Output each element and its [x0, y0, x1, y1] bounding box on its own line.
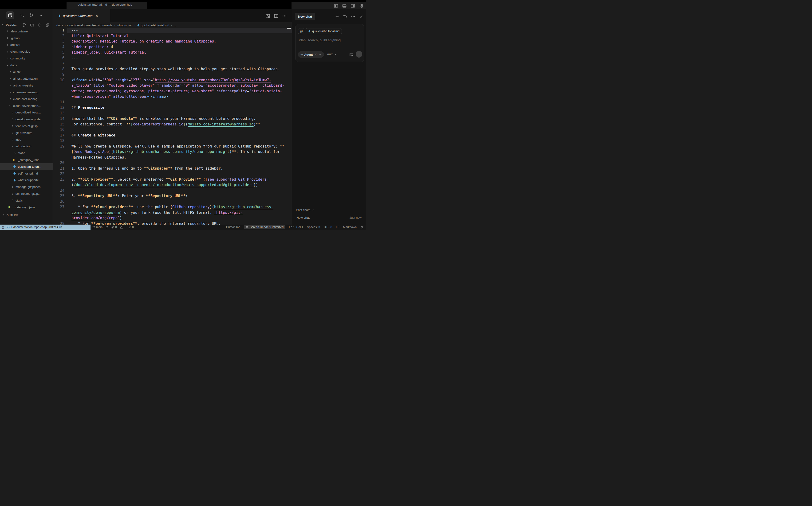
past-chat-item[interactable]: New chat Just now	[292, 214, 366, 221]
breadcrumb-item[interactable]: ...	[173, 23, 176, 27]
editor-line: 27 * For **cloud providers**: use the pu…	[53, 204, 292, 210]
history-icon[interactable]	[343, 15, 347, 19]
attach-image-icon[interactable]	[349, 53, 353, 57]
breadcrumb-item[interactable]: cloud-development-environments	[67, 23, 113, 27]
tree-item-quickstart-tutori-[interactable]: quickstart-tutori...	[0, 163, 53, 170]
tree-item-whats-supporte-[interactable]: whats-supporte...	[0, 177, 53, 184]
status-spaces-3[interactable]: Spaces: 3	[307, 226, 320, 229]
tree-item-cloud-developmen-[interactable]: cloud-developmen...	[0, 102, 53, 109]
breadcrumb-item[interactable]: docs	[57, 23, 63, 27]
outline-section[interactable]: OUTLINE	[0, 212, 53, 218]
remote-ssh-indicator[interactable]: >< SSH: documentation-repo-e5ifp9-8rzze4…	[0, 225, 90, 230]
tree-item-self-hosted-md[interactable]: self-hosted.md	[0, 170, 53, 177]
editor-line: [Demo Node.js App](https://github.com/ha…	[53, 149, 292, 155]
tree-item-ai-test-automation[interactable]: ai-test-automation	[0, 75, 53, 82]
editor-line: 28 * For **on-prem providers**: provide …	[53, 221, 292, 225]
activity-explorer[interactable]	[6, 11, 14, 19]
status-0[interactable]: 0	[128, 226, 134, 229]
past-chats-toggle[interactable]: Past chats	[296, 208, 314, 212]
tree-item--github[interactable]: .github	[0, 35, 53, 41]
new-file-icon[interactable]	[22, 23, 26, 27]
status-main[interactable]: main	[92, 226, 102, 229]
tree-item-docs[interactable]: docs	[0, 62, 53, 69]
layout-sidebar-right-icon[interactable]	[351, 4, 355, 8]
tree-item-git-providers[interactable]: git-providers	[0, 130, 53, 136]
tree-item-community[interactable]: community	[0, 55, 53, 62]
tab-quickstart-tutorial[interactable]: quickstart-tutorial.md ×	[53, 9, 110, 22]
tree-item-chaos-engineering[interactable]: chaos-engineering	[0, 89, 53, 96]
tree-item-introduction[interactable]: introduction	[0, 143, 53, 150]
chevron-collapsed-icon	[9, 97, 12, 100]
status-screen-reader-optimized[interactable]: Screen Reader Optimized	[244, 225, 285, 229]
tab-bar: quickstart-tutorial.md ×	[53, 9, 292, 22]
add-chat-icon[interactable]	[335, 15, 339, 19]
activity-more-chevron[interactable]	[37, 11, 45, 19]
chat-input-box[interactable]: @ quickstart-tutorial.md Plan, search, b…	[296, 24, 364, 62]
titlebar-redacted-box	[147, 2, 292, 9]
chevron-collapsed-icon	[14, 152, 16, 155]
activity-search[interactable]	[18, 11, 26, 19]
tree-item-static[interactable]: static	[0, 150, 53, 156]
chevron-right-icon	[2, 214, 5, 217]
ai-chat-panel: New chat @ quickstart-tutorial.md Plan, …	[292, 9, 366, 225]
add-context-button[interactable]: @	[298, 28, 304, 34]
status-bell[interactable]	[360, 226, 363, 229]
collapse-all-icon[interactable]	[46, 23, 50, 27]
editor-line: 5sidebar_label: Quickstart Tutorial	[53, 50, 292, 56]
activity-source-control[interactable]	[28, 11, 36, 19]
layout-sidebar-left-icon[interactable]	[334, 4, 338, 8]
tree-item--devcontainer[interactable]: .devcontainer	[0, 28, 53, 35]
tree-item-manage-gitspaces[interactable]: manage-gitspaces	[0, 183, 53, 190]
tree-item-ai-sre[interactable]: ai-sre	[0, 69, 53, 75]
chat-tab-new-chat[interactable]: New chat	[295, 13, 315, 20]
editor-line: 11	[53, 100, 292, 105]
split-editor-icon[interactable]	[274, 14, 279, 18]
close-icon[interactable]	[359, 15, 363, 19]
status-markdown[interactable]: Markdown	[343, 226, 357, 229]
status-lf[interactable]: LF	[336, 226, 340, 229]
layout-panel-icon[interactable]	[342, 4, 347, 8]
model-selector[interactable]: Auto	[327, 53, 337, 56]
chat-placeholder[interactable]: Plan, search, build anything	[299, 38, 341, 42]
agent-mode-selector[interactable]: ∞ Agent ⌘I	[298, 51, 324, 58]
chevron-collapsed-icon	[6, 37, 9, 39]
tree-item-artifact-registry[interactable]: artifact-registry	[0, 82, 53, 89]
chevron-collapsed-icon	[11, 111, 14, 114]
editor-content[interactable]: 1---2title: Quickstart Tutorial3descript…	[53, 28, 292, 225]
editor-line: 10<iframe width="500" height="275" src="…	[53, 78, 292, 83]
status-sync[interactable]	[105, 226, 108, 229]
more-actions-icon[interactable]	[282, 14, 287, 18]
breadcrumb-item[interactable]: introduction	[117, 23, 132, 27]
settings-gear-icon[interactable]	[359, 4, 364, 8]
open-preview-icon[interactable]	[266, 14, 270, 18]
status-0[interactable]: 0	[111, 226, 117, 229]
send-button[interactable]: ↑	[356, 51, 362, 58]
tree-item-static[interactable]: static	[0, 197, 53, 204]
tree-item--category-json[interactable]: {}_category_.json	[0, 204, 53, 211]
status-0[interactable]: 0	[120, 226, 125, 229]
chevron-collapsed-icon	[9, 77, 12, 80]
chevron-expanded-icon	[6, 64, 9, 67]
tree-item-deep-dive-into-gi-[interactable]: deep-dive-into-gi...	[0, 109, 53, 116]
tree-item-ides[interactable]: ides	[0, 136, 53, 143]
tree-item-self-hosted-gitsp-[interactable]: self-hosted-gitsp...	[0, 190, 53, 197]
statusbar-right-items: Cursor TabScreen Reader OptimizedLn 1, C…	[226, 225, 364, 230]
explorer-section-header[interactable]: DEVEL...	[0, 22, 53, 28]
close-tab-icon[interactable]: ×	[96, 14, 98, 18]
tree-item-features-of-gitsp-[interactable]: features-of-gitsp...	[0, 122, 53, 130]
more-icon[interactable]	[351, 15, 355, 19]
json-file-icon: {}	[8, 205, 11, 209]
new-folder-icon[interactable]	[30, 23, 34, 27]
status-utf-8[interactable]: UTF-8	[324, 226, 332, 229]
status-ln-1-col-1[interactable]: Ln 1, Col 1	[289, 226, 303, 229]
refresh-icon[interactable]	[38, 23, 42, 27]
status-cursor-tab[interactable]: Cursor Tab	[226, 226, 240, 229]
tree-item-develop-using-cde[interactable]: develop-using-cde	[0, 116, 53, 122]
tree-item-archive[interactable]: archive	[0, 41, 53, 49]
tree-item-cloud-cost-manag-[interactable]: cloud-cost-manag...	[0, 96, 53, 102]
context-file-chip[interactable]: quickstart-tutorial.md	[306, 28, 342, 34]
tree-item--category-json[interactable]: {}_category_.json	[0, 156, 53, 163]
breadcrumb-item[interactable]: quickstart-tutorial.md	[137, 23, 169, 27]
zoom-plus-icon	[246, 226, 249, 229]
tree-item-client-modules[interactable]: client-modules	[0, 48, 53, 55]
